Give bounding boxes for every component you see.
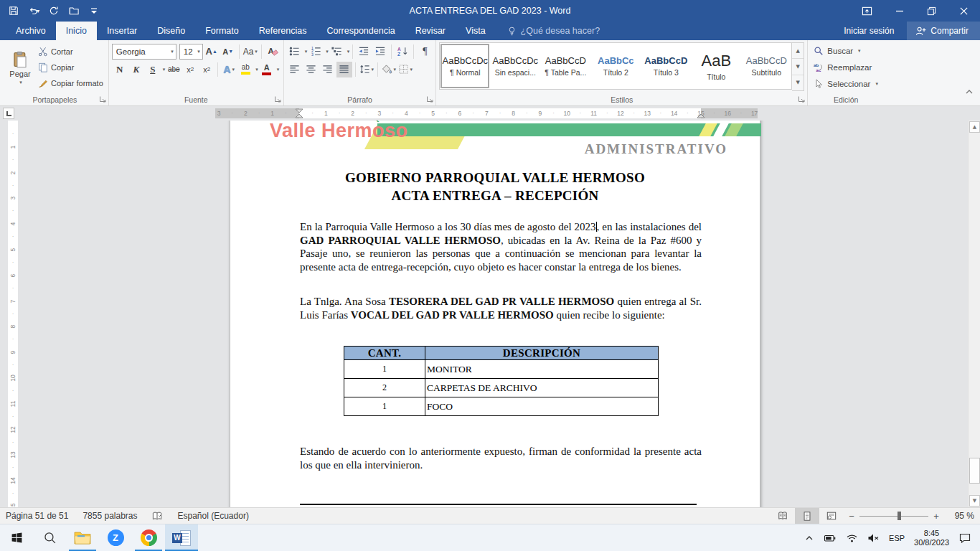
scroll-up-button[interactable]: ▲ — [969, 121, 980, 133]
sort-button[interactable]: AZ — [395, 44, 410, 60]
vertical-scrollbar[interactable]: ▲ ▼ — [968, 121, 980, 507]
taskbar-search-button[interactable] — [33, 524, 66, 551]
undo-button[interactable]: ▾ — [24, 1, 43, 20]
save-button[interactable] — [4, 1, 23, 20]
highlight-button[interactable]: ab — [237, 62, 253, 77]
tab-archivo[interactable]: Archivo — [6, 22, 56, 40]
style-subt-tulo[interactable]: AaBbCcDSubtítulo — [741, 43, 791, 89]
italic-button[interactable]: K — [128, 62, 144, 77]
tab-insertar[interactable]: Insertar — [97, 22, 147, 40]
tell-me-box[interactable]: ¿Qué desea hacer? — [507, 22, 600, 40]
tab-formato[interactable]: Formato — [195, 22, 249, 40]
subscript-button[interactable]: x2 — [182, 62, 198, 77]
taskbar-word[interactable]: W — [165, 524, 198, 551]
grow-font-button[interactable]: A▲ — [204, 44, 220, 60]
repeat-button[interactable] — [44, 1, 63, 20]
decrease-indent-button[interactable] — [356, 44, 372, 60]
zoom-out-button[interactable]: − — [844, 511, 859, 522]
minimize-button[interactable] — [883, 0, 915, 22]
cut-button[interactable]: Cortar — [36, 44, 105, 60]
align-center-button[interactable] — [303, 62, 319, 77]
numbering-button[interactable]: 123 — [308, 44, 324, 60]
taskbar-chrome[interactable] — [132, 524, 165, 551]
change-case-button[interactable]: Aa▾ — [242, 44, 258, 60]
tab-dise-o[interactable]: Diseño — [147, 22, 195, 40]
ribbon-display-options-button[interactable] — [851, 0, 883, 22]
select-button[interactable]: Seleccionar▾ — [811, 75, 881, 92]
font-family-select[interactable]: Georgia▾ — [112, 44, 176, 60]
style-table-pa[interactable]: AaBbCcD¶ Table Pa... — [540, 43, 590, 89]
styles-more-button[interactable]: ▼ — [792, 75, 804, 90]
style-t-tulo[interactable]: AaBTítulo — [691, 43, 741, 89]
line-spacing-button[interactable]: ▾ — [359, 62, 374, 77]
first-line-indent-marker[interactable] — [295, 108, 303, 113]
scroll-down-button[interactable]: ▼ — [969, 495, 980, 507]
highlight-dropdown-arrow[interactable]: ▾ — [255, 67, 258, 72]
h-ruler[interactable]: 1231234567891011121314151617············… — [215, 108, 758, 118]
style-normal[interactable]: AaBbCcDc¶ Normal — [440, 43, 490, 89]
font-dialog-launcher[interactable] — [274, 95, 282, 103]
tray-chevron-icon[interactable] — [804, 534, 814, 542]
borders-button[interactable]: ▾ — [397, 62, 413, 77]
tab-correspondencia[interactable]: Correspondencia — [316, 22, 405, 40]
taskbar-zoom-app[interactable]: Z — [99, 524, 132, 551]
superscript-button[interactable]: x2 — [199, 62, 215, 77]
justify-button[interactable] — [336, 62, 352, 77]
shrink-font-button[interactable]: A▼ — [220, 44, 236, 60]
zoom-slider[interactable] — [859, 508, 928, 524]
shading-button[interactable]: ▾ — [381, 62, 397, 77]
multilevel-list-button[interactable] — [329, 44, 345, 60]
page-indicator[interactable]: Página 51 de 51 — [6, 511, 68, 521]
tab-referencias[interactable]: Referencias — [249, 22, 317, 40]
text-effects-button[interactable]: A▾ — [221, 62, 237, 77]
battery-icon[interactable] — [824, 533, 837, 543]
v-ruler[interactable]: 123456789101112131415··············· — [8, 121, 18, 507]
taskbar-clock[interactable]: 8:45 30/8/2023 — [914, 529, 949, 547]
underline-button[interactable]: S — [145, 62, 161, 77]
underline-dropdown-arrow[interactable]: ▾ — [163, 67, 166, 72]
document-area[interactable]: 123456789101112131415··············· GAD… — [0, 121, 980, 507]
sign-in-link[interactable]: Iniciar sesión — [844, 26, 894, 36]
scrollbar-thumb[interactable] — [969, 458, 980, 484]
bullets-button[interactable] — [287, 44, 303, 60]
language-tray-indicator[interactable]: ESP — [889, 534, 905, 542]
replace-button[interactable]: abac Reemplazar — [811, 59, 881, 75]
strikethrough-button[interactable]: abe — [166, 62, 182, 77]
styles-dialog-launcher[interactable] — [798, 95, 806, 103]
start-button[interactable] — [0, 524, 33, 551]
align-right-button[interactable] — [320, 62, 336, 77]
close-button[interactable] — [948, 0, 980, 22]
proofing-icon[interactable] — [151, 511, 163, 522]
tab-selector-button[interactable] — [3, 108, 14, 119]
style-t-tulo-2[interactable]: AaBbCcTítulo 2 — [590, 43, 641, 89]
paste-button[interactable]: Pegar ▾ — [4, 42, 36, 94]
tab-inicio[interactable]: Inicio — [56, 22, 97, 40]
volume-muted-icon[interactable] — [867, 533, 880, 543]
wifi-icon[interactable] — [846, 533, 858, 543]
zoom-percentage[interactable]: 95 % — [944, 511, 974, 521]
tab-vista[interactable]: Vista — [456, 22, 496, 40]
copy-button[interactable]: Copiar — [36, 60, 105, 75]
document-page[interactable]: GAD PARROQUIAL Valle Hermoso ADMINISTRAT… — [230, 121, 760, 507]
increase-indent-button[interactable] — [372, 44, 388, 60]
paragraph-dialog-launcher[interactable] — [426, 95, 434, 103]
numbering-dropdown-arrow[interactable]: ▾ — [326, 49, 329, 55]
show-paragraph-marks-button[interactable]: ¶ — [417, 44, 433, 60]
styles-scroll-up-button[interactable]: ▲ — [792, 43, 804, 59]
font-size-select[interactable]: 12▾ — [179, 44, 203, 60]
open-button[interactable] — [65, 1, 83, 20]
style-sin-espaci[interactable]: AaBbCcDcSin espaci... — [490, 43, 540, 89]
font-color-button[interactable]: A — [259, 62, 275, 77]
style-t-tulo-3[interactable]: AaBbCcDTítulo 3 — [641, 43, 691, 89]
action-center-icon[interactable] — [958, 532, 971, 543]
undo-dropdown-arrow[interactable]: ▾ — [37, 8, 39, 14]
share-button[interactable]: Compartir — [907, 22, 980, 40]
collapse-ribbon-button[interactable] — [965, 88, 974, 95]
clear-formatting-button[interactable]: A — [265, 44, 281, 60]
print-layout-button[interactable] — [795, 508, 819, 524]
language-indicator[interactable]: Español (Ecuador) — [177, 511, 248, 521]
find-button[interactable]: Buscar▾ — [811, 42, 881, 59]
multilevel-dropdown-arrow[interactable]: ▾ — [347, 49, 350, 55]
hanging-indent-marker[interactable] — [295, 113, 303, 118]
format-painter-button[interactable]: Copiar formato — [36, 75, 105, 91]
